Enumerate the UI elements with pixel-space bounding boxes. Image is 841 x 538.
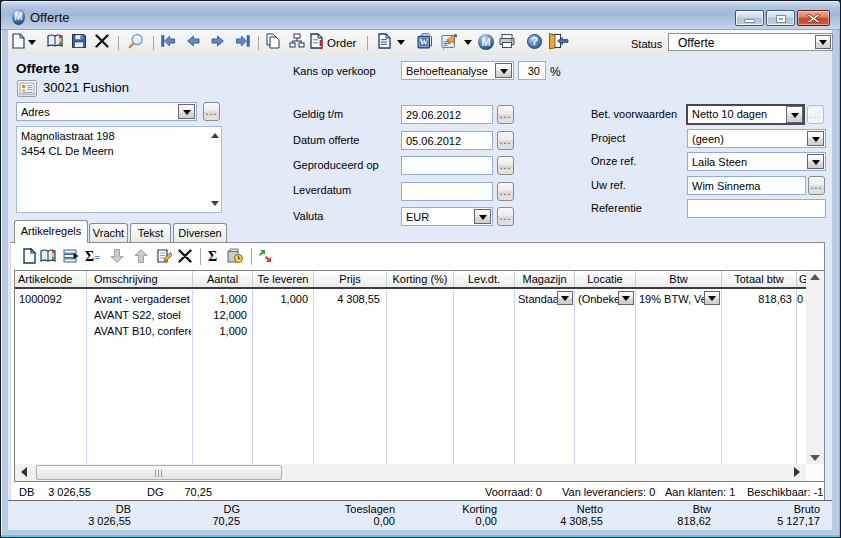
svg-text:W: W <box>420 37 429 47</box>
